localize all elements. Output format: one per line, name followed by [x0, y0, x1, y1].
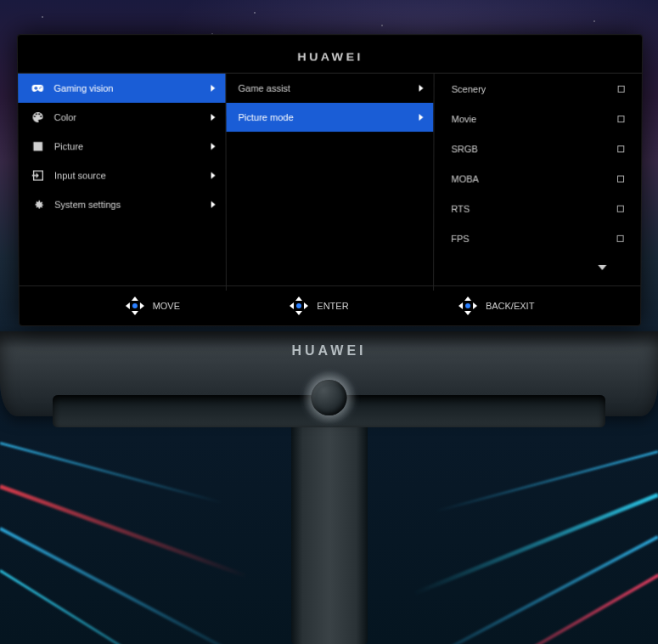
option-label: Scenery	[452, 83, 486, 93]
osd-header: HUAWEI	[18, 35, 642, 73]
option-label: Movie	[452, 114, 477, 124]
checkbox-icon	[618, 85, 625, 92]
main-menu-gaming-vision[interactable]: Gaming vision	[18, 74, 225, 103]
footer-move-label: MOVE	[153, 301, 180, 311]
checkbox-icon	[617, 234, 624, 241]
option-scenery[interactable]: Scenery	[435, 74, 642, 104]
checkbox-icon	[617, 145, 624, 152]
main-menu-column: Gaming vision Color Picture	[18, 74, 227, 291]
scroll-down-indicator[interactable]	[434, 253, 640, 274]
palette-icon	[30, 110, 45, 125]
option-rts[interactable]: RTS	[434, 194, 641, 223]
option-label: FPS	[451, 233, 469, 243]
nav-move-icon	[125, 297, 143, 315]
chevron-right-icon	[211, 143, 215, 150]
gear-icon	[31, 197, 46, 212]
osd-footer: MOVE ENTER BACK/EXIT	[20, 285, 641, 325]
joystick-glow	[297, 365, 361, 429]
nav-back-icon	[458, 297, 477, 315]
osd-panel: HUAWEI Gaming vision Color	[17, 34, 643, 326]
chevron-right-icon	[211, 172, 216, 179]
chevron-right-icon	[211, 201, 216, 208]
chevron-right-icon	[211, 114, 215, 121]
chevron-right-icon	[211, 85, 215, 92]
option-fps[interactable]: FPS	[434, 223, 641, 253]
option-srgb[interactable]: SRGB	[434, 133, 641, 163]
main-menu-color[interactable]: Color	[18, 103, 225, 132]
menu-label: Picture mode	[239, 112, 419, 122]
sub-menu-column: Game assist Picture mode	[226, 74, 434, 291]
input-icon	[31, 168, 46, 184]
option-label: SRGB	[452, 144, 478, 154]
checkbox-icon	[617, 116, 624, 122]
option-moba[interactable]: MOBA	[434, 163, 641, 193]
checkbox-icon	[617, 205, 624, 212]
menu-label: Picture	[54, 141, 211, 151]
menu-label: Game assist	[238, 83, 419, 93]
menu-label: Color	[54, 112, 211, 122]
main-menu-input-source[interactable]: Input source	[19, 161, 226, 189]
footer-back-label: BACK/EXIT	[486, 301, 535, 311]
chevron-down-icon	[598, 265, 606, 270]
gamepad-icon	[30, 81, 45, 96]
checkbox-icon	[617, 175, 624, 182]
options-column: Scenery Movie SRGB MOBA RTS FPS	[434, 74, 642, 291]
option-movie[interactable]: Movie	[434, 104, 641, 133]
monitor-chin: HUAWEI	[0, 331, 658, 416]
sub-menu-picture-mode[interactable]: Picture mode	[226, 103, 433, 132]
main-menu-system-settings[interactable]: System settings	[19, 190, 226, 219]
footer-back: BACK/EXIT	[458, 297, 535, 315]
menu-label: System settings	[54, 200, 211, 210]
brand-logo-osd: HUAWEI	[297, 50, 363, 63]
menu-label: Input source	[54, 171, 211, 181]
nav-enter-icon	[290, 297, 308, 315]
main-menu-picture[interactable]: Picture	[19, 132, 226, 161]
option-label: MOBA	[451, 173, 479, 184]
chevron-right-icon	[419, 85, 424, 92]
footer-enter: ENTER	[290, 297, 348, 315]
option-label: RTS	[451, 203, 470, 213]
sub-menu-game-assist[interactable]: Game assist	[226, 74, 433, 103]
image-icon	[31, 138, 46, 154]
osd-body: Gaming vision Color Picture	[18, 74, 642, 291]
brand-logo-body: HUAWEI	[292, 343, 367, 359]
monitor-stand	[291, 415, 368, 644]
footer-move: MOVE	[125, 297, 180, 315]
menu-label: Gaming vision	[53, 83, 211, 93]
footer-enter-label: ENTER	[317, 301, 348, 311]
joystick-button[interactable]	[312, 380, 347, 415]
chevron-right-icon	[419, 114, 423, 121]
